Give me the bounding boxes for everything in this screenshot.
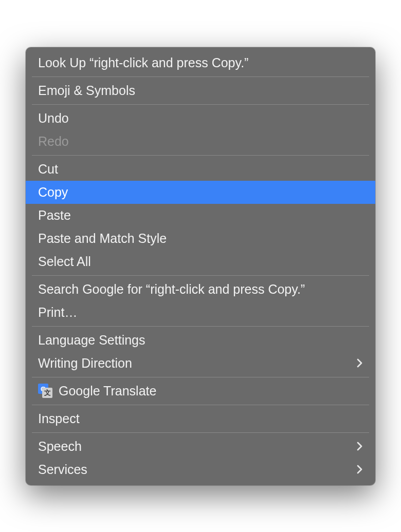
context-menu: Look Up “right-click and press Copy.”Emo… (26, 47, 375, 485)
menu-separator (32, 104, 369, 105)
menu-item-speech[interactable]: Speech (26, 435, 375, 458)
menu-item-redo: Redo (26, 130, 375, 153)
menu-separator (32, 77, 369, 77)
menu-item-print[interactable]: Print… (26, 301, 375, 324)
menu-item-label: Undo (38, 111, 69, 126)
menu-item-services[interactable]: Services (26, 458, 375, 481)
menu-item-label: Redo (38, 134, 69, 149)
menu-item-select-all[interactable]: Select All (26, 250, 375, 273)
menu-separator (32, 432, 369, 433)
menu-item-paste-match-style[interactable]: Paste and Match Style (26, 227, 375, 250)
menu-item-undo[interactable]: Undo (26, 107, 375, 130)
menu-item-label: Emoji & Symbols (38, 83, 135, 98)
menu-item-label: Language Settings (38, 333, 145, 348)
menu-item-label: Copy (38, 185, 68, 200)
menu-item-lookup[interactable]: Look Up “right-click and press Copy.” (26, 51, 375, 74)
menu-item-emoji-symbols[interactable]: Emoji & Symbols (26, 79, 375, 102)
google-translate-icon: G文 (38, 384, 52, 398)
menu-item-label: Look Up “right-click and press Copy.” (38, 55, 248, 70)
menu-item-language-settings[interactable]: Language Settings (26, 329, 375, 352)
menu-item-label: Search Google for “right-click and press… (38, 282, 305, 297)
menu-item-label: Paste (38, 208, 71, 223)
menu-item-label: Select All (38, 254, 91, 269)
menu-separator (32, 377, 369, 377)
menu-item-cut[interactable]: Cut (26, 158, 375, 181)
menu-item-writing-direction[interactable]: Writing Direction (26, 352, 375, 375)
menu-item-label: Services (38, 462, 87, 477)
chevron-right-icon (357, 442, 363, 451)
menu-item-search-google[interactable]: Search Google for “right-click and press… (26, 278, 375, 301)
menu-separator (32, 405, 369, 405)
menu-item-label: Speech (38, 439, 82, 454)
chevron-right-icon (357, 358, 363, 368)
menu-item-label: Print… (38, 305, 77, 320)
menu-item-inspect[interactable]: Inspect (26, 407, 375, 430)
menu-item-label: Cut (38, 162, 58, 177)
menu-item-google-translate[interactable]: G文Google Translate (26, 379, 375, 403)
menu-item-copy[interactable]: Copy (26, 181, 375, 204)
menu-item-label: Google Translate (59, 384, 156, 398)
menu-separator (32, 155, 369, 156)
menu-item-label: Paste and Match Style (38, 231, 167, 246)
menu-item-label: Inspect (38, 411, 80, 426)
menu-separator (32, 326, 369, 327)
menu-item-label: Writing Direction (38, 356, 132, 371)
menu-item-paste[interactable]: Paste (26, 204, 375, 227)
menu-separator (32, 275, 369, 276)
chevron-right-icon (357, 465, 363, 474)
